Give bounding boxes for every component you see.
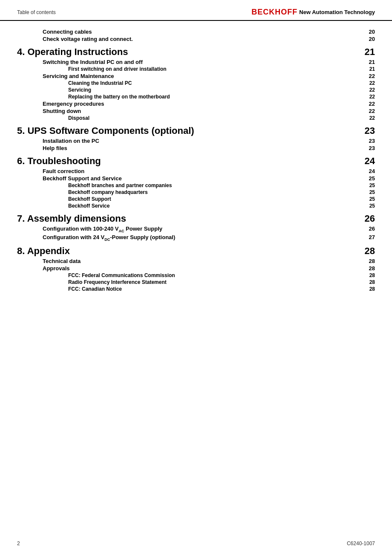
toc-section-8: 8. Appendix 28 [17,246,375,257]
toc-page: 28 [362,272,375,278]
toc-text: 7. Assembly dimensions [17,213,362,224]
toc-text: 5. UPS Software Components (optional) [17,125,362,136]
page-header: Table of contents BECKHOFF New Automatio… [0,0,392,21]
toc-text: Installation on the PC [43,138,362,144]
toc-entry: Switching the Industrial PC on and off 2… [17,59,375,65]
toc-entry: Approvals 28 [17,265,375,272]
toc-entry: Servicing 22 [17,87,375,93]
toc-entry: Fault correction 24 [17,168,375,174]
toc-text: Beckhoff company headquarters [68,189,362,195]
toc-text: Help files [43,145,362,151]
toc-page: 22 [362,101,375,107]
toc-entry: Radio Frequency Interference Statement 2… [17,279,375,285]
toc-entry: Configuration with 100-240 VAC Power Sup… [17,225,375,233]
toc-page: 28 [362,286,375,292]
toc-text: Configuration with 100-240 VAC Power Sup… [43,225,362,233]
toc-text: FCC: Canadian Notice [68,286,362,292]
toc-text: First switching on and driver installati… [68,66,362,72]
toc-entry: Configuration with 24 VDC-Power Supply (… [17,234,375,242]
footer-document-id: C6240-1007 [347,541,375,546]
toc-page: 23 [362,138,375,144]
toc-section-5: 5. UPS Software Components (optional) 23 [17,125,375,136]
toc-entry: Beckhoff branches and partner companies … [17,182,375,188]
toc-entry: Connecting cables 20 [17,29,375,35]
toc-entry: Check voltage rating and connect. 20 [17,36,375,42]
toc-page: 28 [362,279,375,285]
toc-text: Connecting cables [43,29,362,35]
footer-page-number: 2 [17,541,20,546]
toc-text: Approvals [43,265,362,272]
toc-entry: Emergency procedures 22 [17,101,375,107]
toc-page: 23 [362,145,375,151]
toc-entry: Disposal 22 [17,115,375,121]
toc-content: Connecting cables 20 Check voltage ratin… [0,29,392,310]
toc-entry: Beckhoff Service 25 [17,203,375,209]
page-footer: 2 C6240-1007 [17,541,375,546]
toc-page: 22 [362,80,375,86]
toc-page: 28 [362,258,375,264]
toc-entry: Technical data 28 [17,258,375,264]
toc-entry: Beckhoff Support 25 [17,196,375,202]
toc-page: 26 [362,213,375,224]
toc-page: 24 [362,156,375,167]
toc-entry: FCC: Federal Communications Commission 2… [17,272,375,278]
toc-page: 22 [362,108,375,114]
toc-entry: Help files 23 [17,145,375,151]
toc-page: 22 [362,87,375,93]
toc-text: Radio Frequency Interference Statement [68,279,362,285]
toc-entry: Beckhoff company headquarters 25 [17,189,375,195]
toc-page: 22 [362,94,375,100]
toc-entry: Replacing the battery on the motherboard… [17,94,375,100]
toc-page: 23 [362,125,375,136]
toc-text: Beckhoff Service [68,203,362,209]
toc-text: Check voltage rating and connect. [43,36,362,42]
toc-text: FCC: Federal Communications Commission [68,272,362,278]
toc-page: 24 [362,168,375,174]
toc-text: Emergency procedures [43,101,362,107]
toc-page: 25 [362,182,375,188]
toc-text: 4. Operating Instructions [17,46,362,58]
toc-text: Fault correction [43,168,362,174]
toc-entry: Servicing and Maintenance 22 [17,73,375,79]
toc-page: 25 [362,175,375,182]
toc-entry: Cleaning the Industrial PC 22 [17,80,375,86]
header-title: Table of contents [17,9,56,15]
toc-text: Beckhoff Support and Service [43,175,362,182]
toc-page: 26 [362,225,375,232]
toc-text: 8. Appendix [17,246,362,257]
toc-entry: FCC: Canadian Notice 28 [17,286,375,292]
toc-entry: Installation on the PC 23 [17,138,375,144]
toc-page: 27 [362,234,375,240]
toc-text: Servicing and Maintenance [43,73,362,79]
brand-subtitle: New Automation Technology [299,9,375,15]
toc-page: 25 [362,196,375,202]
toc-text: Configuration with 24 VDC-Power Supply (… [43,234,362,242]
toc-text: Servicing [68,87,362,93]
toc-entry: First switching on and driver installati… [17,66,375,72]
toc-text: Disposal [68,115,362,121]
toc-text: Technical data [43,258,362,264]
toc-page: 28 [362,246,375,257]
toc-entry: Shutting down 22 [17,108,375,114]
brand-name: BECKHOFF [251,8,297,17]
toc-text: 6. Troubleshooting [17,156,362,167]
toc-page: 22 [362,73,375,79]
toc-page: 28 [362,265,375,272]
toc-text: Replacing the battery on the motherboard [68,94,362,100]
toc-text: Beckhoff Support [68,196,362,202]
toc-text: Cleaning the Industrial PC [68,80,362,86]
toc-entry: Beckhoff Support and Service 25 [17,175,375,182]
toc-page: 22 [362,115,375,121]
toc-section-6: 6. Troubleshooting 24 [17,156,375,167]
toc-page: 25 [362,189,375,195]
toc-section-4: 4. Operating Instructions 21 [17,46,375,58]
toc-page: 25 [362,203,375,209]
toc-page: 21 [362,66,375,72]
toc-page: 20 [362,29,375,35]
toc-text: Switching the Industrial PC on and off [43,59,362,65]
toc-text: Beckhoff branches and partner companies [68,182,362,188]
brand-area: BECKHOFF New Automation Technology [251,8,375,17]
toc-text: Shutting down [43,108,362,114]
toc-page: 21 [362,46,375,58]
toc-page: 20 [362,36,375,42]
